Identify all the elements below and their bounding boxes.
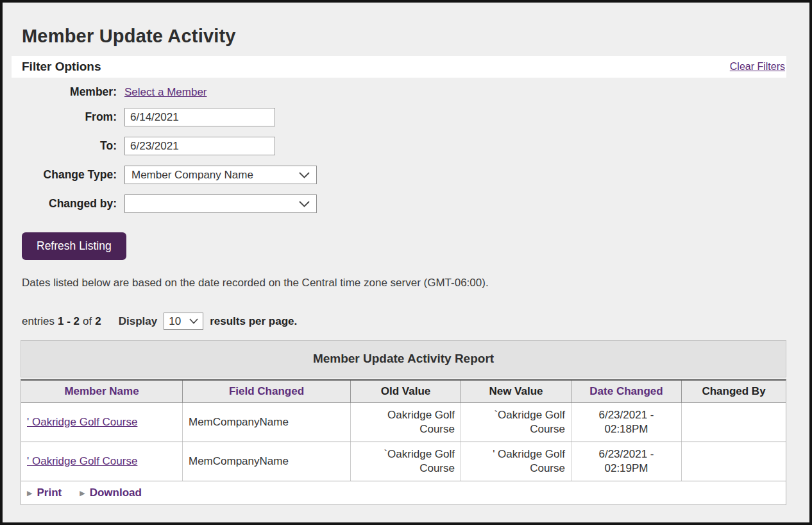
table-footer: ▶ Print ▶ Download [21, 481, 786, 504]
member-name-link[interactable]: ' Oakridge Golf Course [27, 416, 137, 429]
download-link[interactable]: ▶ Download [80, 486, 142, 499]
page-size-select[interactable]: 10 [164, 313, 203, 330]
old-value-cell: `Oakridge Golf Course [351, 442, 461, 481]
display-label: Display [119, 315, 157, 328]
change-type-label: Change Type: [12, 168, 117, 182]
column-header-changed-by: Changed By [682, 381, 786, 402]
changed-by-label: Changed by: [12, 197, 117, 211]
right-triangle-icon: ▶ [80, 489, 85, 497]
member-name-cell: ' Oakridge Golf Course [21, 403, 183, 442]
column-header-new-value: New Value [461, 381, 571, 402]
column-header-old-value: Old Value [351, 381, 461, 402]
clear-filters-link[interactable]: Clear Filters [730, 61, 785, 73]
change-type-selected-value: Member Company Name [131, 169, 253, 182]
entries-word: entries [22, 315, 55, 328]
column-header-member-name[interactable]: Member Name [21, 381, 183, 402]
changed-by-select[interactable] [124, 194, 317, 213]
to-label: To: [12, 139, 117, 153]
changed-by-filter-row: Changed by: [12, 194, 786, 213]
changed-by-cell [682, 403, 786, 442]
change-type-filter-row: Change Type: Member Company Name [12, 166, 786, 184]
date-changed-cell: 6/23/2021 - 02:18PM [571, 403, 682, 442]
entries-total: 2 [95, 315, 101, 328]
page-title: Member Update Activity [22, 26, 786, 47]
date-changed-cell: 6/23/2021 - 02:19PM [571, 442, 682, 481]
pagination-bar: entries 1 - 2 of 2 Display 10 results pe… [22, 313, 786, 330]
filter-options-header: Filter Options Clear Filters [12, 56, 786, 78]
from-label: From: [12, 110, 117, 124]
column-header-date-changed[interactable]: Date Changed [571, 381, 682, 402]
chevron-down-icon [189, 318, 198, 324]
new-value-cell: ' Oakridge Golf Course [461, 442, 571, 481]
filter-options-title: Filter Options [22, 60, 101, 74]
chevron-down-icon [299, 201, 310, 207]
to-filter-row: To: [12, 137, 786, 155]
member-filter-row: Member: Select a Member [12, 85, 786, 99]
page-size-value: 10 [169, 315, 181, 328]
filter-form: Member: Select a Member From: To: Change… [12, 85, 786, 213]
report-caption: Member Update Activity Report [21, 340, 786, 377]
entries-range: 1 - 2 [58, 315, 80, 328]
table-row: ' Oakridge Golf Course MemCompanyName Oa… [21, 403, 786, 442]
change-type-select[interactable]: Member Company Name [124, 166, 317, 184]
member-label: Member: [12, 85, 117, 99]
chevron-down-icon [299, 172, 310, 178]
from-date-input[interactable] [124, 108, 275, 126]
field-changed-cell: MemCompanyName [183, 442, 351, 481]
member-name-cell: ' Oakridge Golf Course [21, 442, 183, 481]
table-row: ' Oakridge Golf Course MemCompanyName `O… [21, 442, 786, 481]
timezone-note: Dates listed below are based on the date… [22, 277, 786, 289]
changed-by-cell [682, 442, 786, 481]
from-filter-row: From: [12, 108, 786, 126]
right-triangle-icon: ▶ [27, 489, 32, 497]
results-per-page-label: results per page. [210, 315, 297, 328]
table-header-row: Member Name Field Changed Old Value New … [21, 381, 786, 403]
page-content: Member Update Activity Filter Options Cl… [3, 3, 786, 505]
old-value-cell: Oakridge Golf Course [351, 403, 461, 442]
field-changed-cell: MemCompanyName [183, 403, 351, 442]
column-header-field-changed[interactable]: Field Changed [183, 381, 351, 402]
print-link[interactable]: ▶ Print [27, 486, 62, 499]
refresh-listing-button[interactable]: Refresh Listing [22, 232, 126, 260]
member-name-link[interactable]: ' Oakridge Golf Course [27, 455, 137, 468]
entries-of-word: of [83, 315, 92, 328]
new-value-cell: `Oakridge Golf Course [461, 403, 571, 442]
report-section: Member Update Activity Report Member Nam… [21, 340, 786, 505]
select-a-member-link[interactable]: Select a Member [124, 86, 207, 99]
report-table: Member Name Field Changed Old Value New … [21, 379, 786, 505]
to-date-input[interactable] [124, 137, 275, 155]
